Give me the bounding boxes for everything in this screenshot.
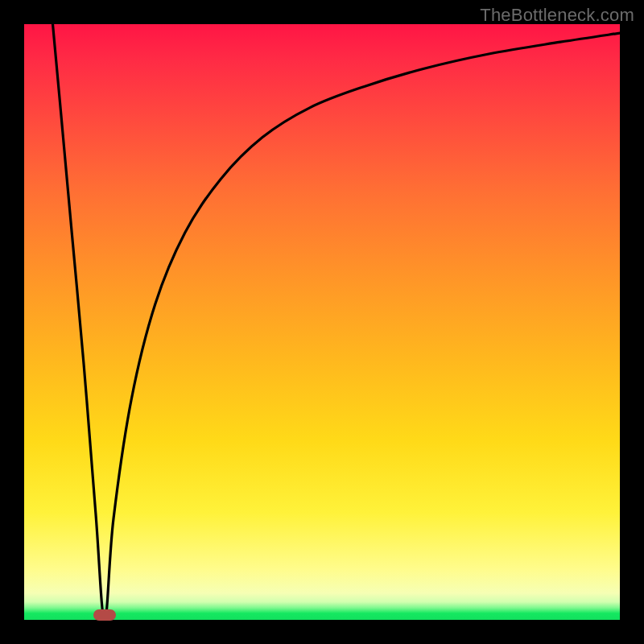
- bottleneck-curve-svg: [24, 24, 620, 620]
- chart-frame: [24, 24, 620, 620]
- watermark-text: TheBottleneck.com: [480, 5, 634, 26]
- minimum-marker: [93, 609, 116, 621]
- bottleneck-curve-path: [53, 24, 620, 620]
